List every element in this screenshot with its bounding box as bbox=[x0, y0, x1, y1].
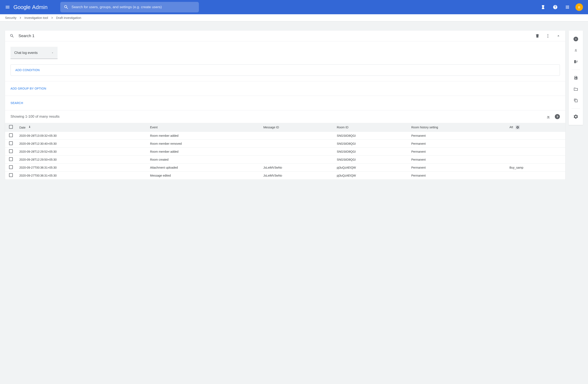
hamburger-icon bbox=[5, 5, 10, 10]
add-group-by-button[interactable]: ADD GROUP BY OPTION bbox=[10, 87, 46, 90]
breadcrumb-investigation-tool[interactable]: Investigation tool bbox=[24, 16, 48, 19]
app-header: Google Admin B bbox=[0, 0, 588, 14]
row-checkbox[interactable] bbox=[9, 149, 13, 153]
chevron-right-icon bbox=[19, 16, 22, 20]
column-header-room-id[interactable]: Room ID bbox=[334, 123, 409, 132]
folder-icon bbox=[573, 87, 578, 92]
column-header-attachment[interactable]: Att bbox=[507, 123, 565, 132]
collapse-all-button[interactable] bbox=[571, 45, 581, 55]
cell-message-id bbox=[261, 140, 334, 148]
datasource-section: Chat log events ADD CONDITION bbox=[5, 41, 565, 81]
cell-history: Permanent bbox=[409, 140, 507, 148]
tasks-button[interactable] bbox=[539, 3, 547, 11]
breadcrumb: Security Investigation tool Draft invest… bbox=[0, 14, 588, 21]
search-icon bbox=[10, 34, 14, 38]
cell-attachment bbox=[507, 172, 565, 179]
cell-date: 2020-09-28T13:09:32+05:30 bbox=[17, 132, 147, 140]
table-row[interactable]: 2020-09-27T00:36:31+05:30Message editedJ… bbox=[5, 172, 565, 179]
cell-message-id bbox=[261, 156, 334, 164]
table-row[interactable]: 2020-09-28T12:29:52+05:30Room member add… bbox=[5, 148, 565, 156]
cell-event: Room member added bbox=[147, 132, 261, 140]
svg-rect-3 bbox=[575, 100, 577, 102]
cell-date: 2020-09-28T12:29:52+05:30 bbox=[17, 148, 147, 156]
chevron-right-icon bbox=[50, 16, 54, 20]
group-by-section: ADD GROUP BY OPTION bbox=[5, 81, 565, 96]
account-avatar[interactable]: B bbox=[575, 3, 583, 11]
app-logo[interactable]: Google Admin bbox=[13, 4, 48, 10]
add-search-button[interactable] bbox=[571, 34, 581, 44]
search-card: Search 1 Chat log events ADD CONDITION A… bbox=[5, 31, 565, 179]
delete-icon[interactable] bbox=[535, 34, 540, 38]
cell-history: Permanent bbox=[409, 148, 507, 156]
admin-logo-text: Admin bbox=[32, 4, 48, 10]
apps-button[interactable] bbox=[563, 3, 572, 11]
column-header-event[interactable]: Event bbox=[147, 123, 261, 132]
table-row[interactable]: 2020-09-28T12:29:50+05:30Room createdSNG… bbox=[5, 156, 565, 164]
question-mark-icon: ? bbox=[556, 115, 558, 118]
cell-attachment: Buy_samp bbox=[507, 164, 565, 172]
cell-attachment bbox=[507, 148, 565, 156]
cell-attachment bbox=[507, 140, 565, 148]
breadcrumb-security[interactable]: Security bbox=[5, 16, 16, 19]
column-header-message-id[interactable]: Message ID bbox=[261, 123, 334, 132]
gear-icon bbox=[516, 126, 519, 129]
search-action-section: SEARCH bbox=[5, 96, 565, 110]
copy-icon bbox=[573, 98, 578, 103]
open-button[interactable] bbox=[571, 84, 581, 94]
row-checkbox[interactable] bbox=[9, 141, 13, 145]
global-search-box[interactable] bbox=[60, 2, 199, 12]
cell-history: Permanent bbox=[409, 172, 507, 179]
cell-date: 2020-09-27T00:36:31+05:30 bbox=[17, 164, 147, 172]
gear-icon bbox=[573, 114, 578, 119]
help-button[interactable] bbox=[551, 3, 559, 11]
settings-button[interactable] bbox=[571, 112, 581, 122]
cell-history: Permanent bbox=[409, 156, 507, 164]
row-checkbox[interactable] bbox=[9, 133, 13, 137]
download-icon[interactable] bbox=[546, 114, 551, 119]
results-summary-text: Showing 1-100 of many results bbox=[10, 115, 60, 119]
cell-room-id: SNGSiID8QGI bbox=[334, 156, 409, 164]
add-condition-button[interactable]: ADD CONDITION bbox=[15, 68, 40, 72]
more-vert-icon[interactable] bbox=[546, 34, 550, 38]
search-button[interactable]: SEARCH bbox=[10, 101, 23, 105]
cell-attachment bbox=[507, 156, 565, 164]
cell-room-id: pj3uQzAEIQW bbox=[334, 172, 409, 179]
table-row[interactable]: 2020-09-27T00:36:31+05:30Attachment uplo… bbox=[5, 164, 565, 172]
table-row[interactable]: 2020-09-28T13:09:32+05:30Room member add… bbox=[5, 132, 565, 140]
avatar-initial: B bbox=[578, 5, 580, 9]
cell-history: Permanent bbox=[409, 164, 507, 172]
global-search-input[interactable] bbox=[72, 5, 195, 9]
row-checkbox[interactable] bbox=[9, 173, 13, 177]
column-header-date[interactable]: Date bbox=[17, 123, 147, 132]
search-icon bbox=[64, 5, 69, 10]
main-menu-button[interactable] bbox=[2, 2, 13, 12]
select-all-checkbox[interactable] bbox=[9, 125, 13, 129]
breadcrumb-draft-investigation[interactable]: Draft investigation bbox=[56, 16, 81, 19]
datasource-dropdown[interactable]: Chat log events bbox=[10, 47, 58, 59]
results-help-button[interactable]: ? bbox=[555, 114, 560, 119]
save-button[interactable] bbox=[571, 73, 581, 83]
column-settings-button[interactable] bbox=[516, 125, 520, 129]
clear-results-button[interactable] bbox=[571, 57, 581, 67]
cell-message-id bbox=[261, 148, 334, 156]
row-checkbox[interactable] bbox=[9, 157, 13, 161]
column-header-room-history[interactable]: Room history setting bbox=[409, 123, 507, 132]
cell-room-id: pj3uQzAEIQW bbox=[334, 164, 409, 172]
datasource-label: Chat log events bbox=[14, 51, 38, 55]
apps-grid-icon bbox=[565, 5, 570, 9]
cell-event: Message edited bbox=[147, 172, 261, 179]
table-row[interactable]: 2020-09-28T12:30:40+05:30Room member rem… bbox=[5, 140, 565, 148]
hourglass-icon bbox=[541, 5, 545, 9]
chevron-up-icon[interactable] bbox=[556, 34, 561, 38]
cell-event: Room member added bbox=[147, 148, 261, 156]
cell-room-id: SNGSiID8QGI bbox=[334, 132, 409, 140]
dropdown-arrow-icon bbox=[51, 52, 54, 54]
sort-desc-icon bbox=[28, 125, 31, 129]
row-checkbox[interactable] bbox=[9, 165, 13, 169]
right-rail bbox=[569, 31, 583, 125]
cell-event: Attachment uploaded bbox=[147, 164, 261, 172]
search-title: Search 1 bbox=[19, 34, 532, 38]
copy-button[interactable] bbox=[571, 96, 581, 105]
save-icon bbox=[573, 76, 578, 80]
cell-message-id: JsLeiMV3wNo bbox=[261, 172, 334, 179]
